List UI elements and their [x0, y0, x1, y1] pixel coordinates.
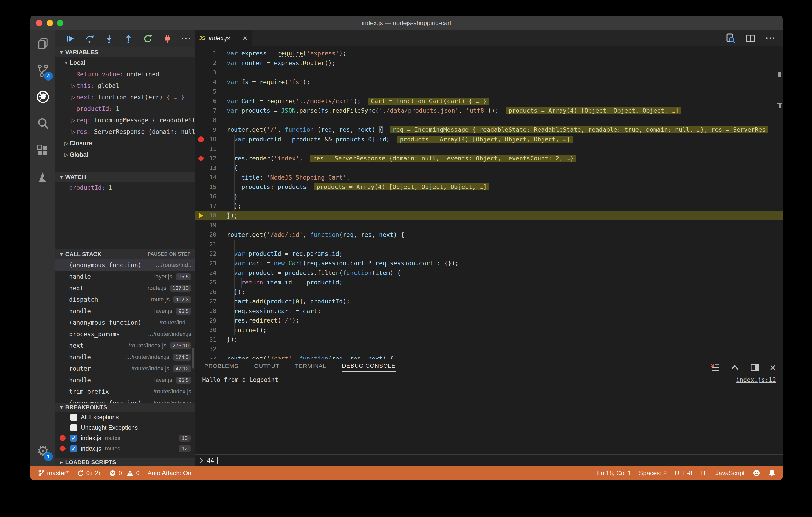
code-line[interactable]: 9router.get('/', function (req, res, nex… — [195, 125, 783, 134]
code-line[interactable]: 23 var cart = new Cart(req.session.cart … — [195, 258, 783, 268]
line-number[interactable]: 25 — [207, 279, 216, 286]
zoom-window-button[interactable] — [57, 20, 63, 26]
language-mode-status[interactable]: JavaScript — [712, 469, 749, 477]
breakpoint-dot[interactable] — [198, 136, 204, 142]
close-panel-icon[interactable]: × — [770, 362, 776, 373]
console-source-link[interactable]: index.js:12 — [736, 376, 776, 383]
exception-breakpoint-row[interactable]: All Exceptions — [55, 412, 195, 422]
code-line[interactable]: 6var Cart = require('../models/cart');Ca… — [195, 96, 783, 106]
code-line[interactable]: 33router.get('/cart', function(req, res,… — [195, 354, 783, 359]
breakpoints-section-header[interactable]: ▾ BREAKPOINTS — [55, 402, 195, 412]
line-number[interactable]: 3 — [207, 69, 216, 76]
activity-bar-item-explorer[interactable] — [30, 30, 55, 57]
line-number[interactable]: 27 — [207, 298, 216, 305]
line-number[interactable]: 13 — [207, 165, 216, 171]
call-stack-frame[interactable]: handlelayer.js95:5 — [55, 305, 195, 317]
minimize-window-button[interactable] — [47, 20, 53, 26]
line-number[interactable]: 24 — [207, 270, 216, 276]
close-window-button[interactable] — [36, 20, 42, 26]
call-stack-section-header[interactable]: ▾ CALL STACK PAUSED ON STEP — [55, 249, 195, 259]
code-line[interactable]: 17 ); — [195, 201, 783, 211]
code-line[interactable]: 30 inline(); — [195, 326, 783, 335]
variable-row[interactable]: ▷req:IncomingMessage {_readableSt… — [55, 115, 195, 126]
code-line[interactable]: 4var fs = require('fs'); — [195, 78, 783, 87]
variable-row[interactable]: productId:1 — [55, 103, 195, 115]
more-actions-icon[interactable]: ··· — [766, 34, 776, 42]
console-input-value[interactable]: 44 — [207, 457, 214, 464]
variable-row[interactable]: ▷this:global — [55, 80, 195, 91]
open-preview-icon[interactable] — [725, 33, 735, 43]
line-number[interactable]: 11 — [207, 146, 216, 152]
line-number[interactable]: 9 — [207, 126, 216, 133]
code-line[interactable]: 25 return item.id == productId; — [195, 278, 783, 287]
activity-bar-item-settings[interactable]: ⚙1 — [30, 437, 55, 464]
breakpoint-row[interactable]: ✓index.jsroutes12 — [55, 443, 195, 454]
code-line[interactable]: 20router.get('/add/:id', function(req, r… — [195, 230, 783, 240]
panel-tab-terminal[interactable]: TERMINAL — [295, 361, 326, 372]
step-into-button[interactable] — [105, 34, 114, 43]
line-number[interactable]: 2 — [207, 60, 216, 66]
close-tab-icon[interactable]: × — [242, 34, 248, 42]
cursor-position-status[interactable]: Ln 18, Col 1 — [593, 469, 635, 477]
checkbox[interactable] — [70, 424, 77, 431]
code-line[interactable]: 32 — [195, 344, 783, 354]
line-number[interactable]: 21 — [207, 241, 216, 247]
activity-bar-item-extensions[interactable] — [30, 137, 55, 163]
notifications-bell[interactable] — [764, 469, 780, 477]
more-button[interactable]: ··· — [182, 34, 191, 43]
line-number[interactable]: 17 — [207, 203, 216, 209]
code-line[interactable]: 13 { — [195, 163, 783, 173]
variable-row[interactable]: Return value:undefined — [55, 68, 195, 80]
code-line[interactable]: 31}); — [195, 335, 783, 344]
panel-tab-output[interactable]: OUTPUT — [254, 361, 279, 372]
clear-console-icon[interactable] — [710, 363, 720, 372]
code-line[interactable]: 8 — [195, 116, 783, 125]
restart-button[interactable] — [143, 34, 152, 43]
variable-row[interactable]: ▷next:function next(err) { … } — [55, 91, 195, 103]
line-number[interactable]: 19 — [207, 222, 216, 229]
logpoint-diamond[interactable] — [198, 155, 204, 161]
title-bar[interactable]: index.js — nodejs-shopping-cart — [30, 16, 783, 30]
activity-bar-item-debug[interactable] — [30, 84, 55, 110]
line-number[interactable]: 7 — [207, 108, 216, 114]
checkbox[interactable]: ✓ — [70, 435, 77, 442]
tab-index-js[interactable]: JS index.js × — [195, 30, 252, 46]
call-stack-frame[interactable]: (anonymous function)…/router/ind… — [55, 317, 195, 328]
call-stack-frame[interactable]: handlelayer.js95:5 — [55, 374, 195, 386]
line-number[interactable]: 4 — [207, 79, 216, 85]
code-line[interactable]: 12 res.render('index',res = ServerRespon… — [195, 154, 783, 163]
variables-section-header[interactable]: ▾ VARIABLES — [55, 47, 195, 57]
panel-tab-debug-console[interactable]: DEBUG CONSOLE — [342, 360, 396, 372]
eol-status[interactable]: LF — [696, 469, 712, 477]
feedback-smiley[interactable] — [749, 469, 764, 477]
code-line[interactable]: 15 products: productsproducts = Array(4)… — [195, 182, 783, 192]
line-number[interactable]: 30 — [207, 327, 216, 333]
line-number[interactable]: 1 — [207, 50, 216, 57]
breakpoint-row[interactable]: ✓index.jsroutes10 — [55, 433, 195, 443]
call-stack-frame[interactable]: (anonymous function)…/routes/ind.. — [55, 259, 195, 271]
call-stack-frame[interactable]: router…/router/index.js47:12 — [55, 363, 195, 374]
panel-tab-problems[interactable]: PROBLEMS — [204, 361, 238, 372]
call-stack-frame[interactable]: trim_prefix…/router/index.js — [55, 386, 195, 397]
indentation-status[interactable]: Spaces: 2 — [635, 469, 671, 477]
diagnostics-status[interactable]: 00 — [105, 469, 144, 477]
code-line[interactable]: 10 var productId = products && products[… — [195, 134, 783, 144]
code-line[interactable]: 2var router = express.Router(); — [195, 58, 783, 68]
variables-scope-row[interactable]: ▷Global — [55, 149, 195, 160]
code-line[interactable]: 22 var productId = req.params.id; — [195, 249, 783, 259]
variables-scope-row[interactable]: ▾Local — [55, 57, 195, 68]
code-line[interactable]: 28 req.session.cart = cart; — [195, 306, 783, 316]
call-stack-frame[interactable]: handle…/router/index.js174:3 — [55, 351, 195, 363]
step-out-button[interactable] — [124, 34, 133, 43]
code-line[interactable]: 29 res.redirect('/'); — [195, 316, 783, 326]
call-stack-frame[interactable]: process_params…/router/index.js — [55, 328, 195, 340]
code-line[interactable]: 26 }); — [195, 287, 783, 297]
watch-section-header[interactable]: ▾ WATCH — [55, 172, 195, 182]
editor-gutter[interactable] — [195, 213, 207, 218]
activity-bar-item-azure[interactable] — [30, 163, 55, 190]
line-number[interactable]: 29 — [207, 317, 216, 324]
line-number[interactable]: 32 — [207, 346, 216, 352]
loaded-scripts-section-header[interactable]: ▸ LOADED SCRIPTS — [55, 458, 195, 466]
code-line[interactable]: 19 — [195, 220, 783, 230]
move-panel-icon[interactable] — [750, 363, 759, 372]
